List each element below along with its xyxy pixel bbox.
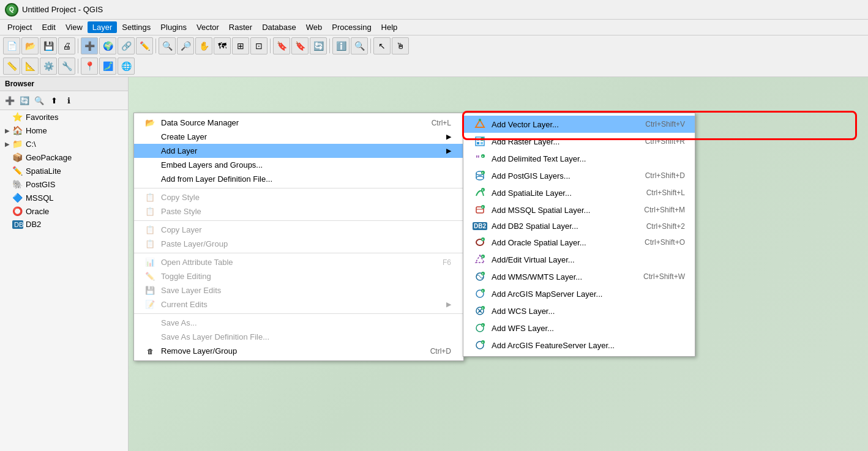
wcs-icon: + [473, 305, 487, 316]
paste-style-icon: 📋 [144, 207, 156, 216]
gear-btn[interactable]: ⚙️ [40, 58, 57, 75]
node-tool-btn[interactable]: 🔗 [118, 37, 135, 54]
zoom-selection-btn[interactable]: ⊞ [232, 37, 249, 54]
menu-save-layer-edits[interactable]: 💾 Save Layer Edits [134, 283, 463, 297]
zoom-extent-btn[interactable]: 🗺 [214, 37, 231, 54]
menu-paste-layer[interactable]: 📋 Paste Layer/Group [134, 237, 463, 251]
save-project-btn[interactable]: 💾 [40, 37, 57, 54]
menu-processing[interactable]: Processing [327, 21, 376, 33]
menu-embed-layers[interactable]: Embed Layers and Groups... [134, 158, 463, 172]
browser-refresh-btn[interactable]: 🔄 [18, 94, 31, 107]
menu-settings[interactable]: Settings [117, 21, 155, 33]
menu-current-edits[interactable]: 📝 Current Edits ▶ [134, 297, 463, 311]
identify-btn[interactable]: ℹ️ [332, 37, 350, 54]
submenu-add-db2[interactable]: DB2 Add DB2 Spatial Layer... Ctrl+Shift+… [463, 218, 695, 234]
browser-filter-btn[interactable]: 🔍 [32, 94, 46, 107]
submenu-add-postgis[interactable]: + Add PostGIS Layers... Ctrl+Shift+D [463, 167, 695, 184]
add-layer-btn[interactable]: ➕ [81, 37, 98, 54]
crs-btn[interactable]: 🌐 [118, 58, 135, 75]
menu-add-from-definition[interactable]: Add from Layer Definition File... [134, 172, 463, 186]
zoom-out-btn[interactable]: 🔎 [177, 37, 194, 54]
menu-add-layer[interactable]: Add Layer ▶ [134, 144, 463, 158]
browser-item-c[interactable]: ▶ 📁 C:\ [0, 137, 128, 151]
menu-toggle-editing[interactable]: ✏️ Toggle Editing [134, 269, 463, 283]
select-btn[interactable]: ↖ [373, 37, 391, 54]
info-btn[interactable]: 🔍 [351, 37, 368, 54]
menu-help[interactable]: Help [376, 21, 403, 33]
svg-text:+: + [482, 154, 484, 158]
menu-web[interactable]: Web [301, 21, 327, 33]
browser-info-btn[interactable]: ℹ [62, 94, 75, 107]
menu-data-source-manager[interactable]: 📂 Data Source Manager Ctrl+L [134, 116, 463, 130]
copy-layer-label: Copy Layer [161, 225, 451, 234]
menu-layer[interactable]: Layer [88, 21, 118, 33]
menu-view[interactable]: View [61, 21, 88, 33]
submenu-add-wfs[interactable]: + Add WFS Layer... [463, 319, 695, 337]
bookmark2-btn[interactable]: 🔖 [291, 37, 309, 54]
plugin-btn[interactable]: 🔧 [58, 58, 75, 75]
browser-item-home[interactable]: ▶ 🏠 Home [0, 124, 128, 137]
browser-item-mssql[interactable]: 🔷 MSSQL [0, 191, 128, 204]
add-wfs-label: Add WFS Layer... [492, 324, 685, 333]
browser-item-favorites[interactable]: ⭐ Favorites [0, 110, 128, 124]
browser-expand-btn[interactable]: ⬆ [47, 94, 61, 107]
submenu-add-mssql[interactable]: + Add MSSQL Spatial Layer... Ctrl+Shift+… [463, 201, 695, 218]
refresh-btn[interactable]: 🔄 [310, 37, 327, 54]
menu-database[interactable]: Database [257, 21, 301, 33]
angle-btn[interactable]: 📐 [21, 58, 39, 75]
divider-1 [134, 188, 463, 188]
add-postgis-label: Add PostGIS Layers... [492, 171, 635, 181]
spatialite-sub-icon: + [473, 187, 487, 198]
submenu-add-wms[interactable]: + Add WMS/WMTS Layer... Ctrl+Shift+W [463, 268, 695, 285]
coord-btn[interactable]: 📍 [81, 58, 98, 75]
submenu-add-virtual[interactable]: + Add/Edit Virtual Layer... [463, 251, 695, 268]
submenu-add-wcs[interactable]: + Add WCS Layer... [463, 302, 695, 319]
submenu-add-oracle[interactable]: + Add Oracle Spatial Layer... Ctrl+Shift… [463, 234, 695, 251]
menu-save-as[interactable]: Save As... [134, 316, 463, 330]
menu-edit[interactable]: Edit [37, 21, 60, 33]
menu-vector[interactable]: Vector [192, 21, 224, 33]
browser-item-spatialite[interactable]: ✏️ SpatiaLite [0, 164, 128, 177]
submenu-add-featureserver[interactable]: + Add ArcGIS FeatureServer Layer... [463, 337, 695, 354]
zoom-layer-btn[interactable]: ⊡ [250, 37, 268, 54]
mssql-sub-icon: + [473, 204, 487, 215]
digitize-btn[interactable]: ✏️ [136, 37, 153, 54]
add-spatialite-shortcut: Ctrl+Shift+L [646, 188, 685, 197]
submenu-add-raster[interactable]: + Add Raster Layer... Ctrl+Shift+R [463, 133, 695, 150]
submenu-add-delimited[interactable]: " + Add Delimited Text Layer... [463, 150, 695, 167]
globe-btn[interactable]: 🌍 [99, 37, 116, 54]
menu-remove-layer[interactable]: 🗑 Remove Layer/Group Ctrl+D [134, 344, 463, 358]
layer-menu: 📂 Data Source Manager Ctrl+L Create Laye… [133, 113, 464, 361]
toggle-editing-icon: ✏️ [144, 272, 156, 281]
menu-copy-layer[interactable]: 📋 Copy Layer [134, 223, 463, 237]
add-wms-shortcut: Ctrl+Shift+W [643, 272, 685, 281]
scale-btn[interactable]: 🗾 [99, 58, 116, 75]
bookmark-btn[interactable]: 🔖 [273, 37, 290, 54]
menu-open-attribute-table[interactable]: 📊 Open Attribute Table F6 [134, 255, 463, 269]
svg-text:+: + [482, 205, 484, 209]
zoom-in-btn[interactable]: 🔍 [159, 37, 176, 54]
pan-map-btn[interactable]: 🖱 [392, 37, 409, 54]
browser-item-oracle[interactable]: ⭕ Oracle [0, 204, 128, 218]
menu-create-layer[interactable]: Create Layer ▶ [134, 130, 463, 144]
menu-plugins[interactable]: Plugins [155, 21, 192, 33]
browser-item-db2[interactable]: DB2 DB2 [0, 218, 128, 231]
browser-add-btn[interactable]: ➕ [3, 94, 17, 107]
menu-paste-style[interactable]: 📋 Paste Style [134, 204, 463, 218]
ruler-btn[interactable]: 📏 [3, 58, 20, 75]
browser-item-geopackage[interactable]: 📦 GeoPackage [0, 151, 128, 164]
menu-copy-style[interactable]: 📋 Copy Style [134, 190, 463, 204]
submenu-add-vector[interactable]: Add Vector Layer... Ctrl+Shift+V [463, 116, 695, 133]
menu-save-as-definition[interactable]: Save As Layer Definition File... [134, 330, 463, 344]
submenu-add-arcgis-mapserver[interactable]: + Add ArcGIS MapServer Layer... [463, 285, 695, 302]
open-project-btn[interactable]: 📂 [21, 37, 39, 54]
print-btn[interactable]: 🖨 [58, 37, 75, 54]
submenu-add-spatialite[interactable]: + Add SpatiaLite Layer... Ctrl+Shift+L [463, 184, 695, 201]
browser-item-postgis[interactable]: 🐘 PostGIS [0, 177, 128, 191]
menu-raster[interactable]: Raster [224, 21, 257, 33]
menu-project[interactable]: Project [2, 21, 37, 33]
arcgis-mapserver-icon: + [473, 288, 487, 299]
pan-btn[interactable]: ✋ [195, 37, 212, 54]
remove-layer-icon: 🗑 [144, 348, 156, 355]
new-project-btn[interactable]: 📄 [3, 37, 20, 54]
